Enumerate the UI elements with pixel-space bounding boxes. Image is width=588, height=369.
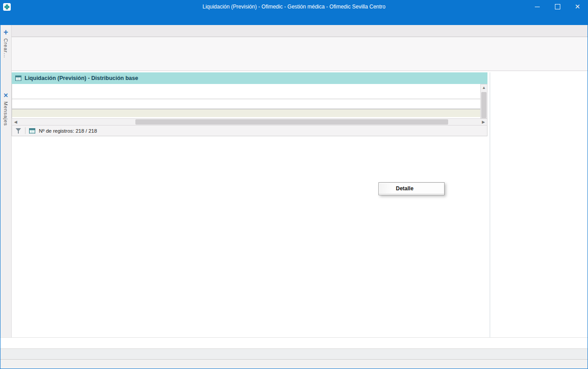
menu-bar [0, 13, 588, 25]
toolbar [12, 37, 588, 71]
messages-label[interactable]: Mensajes [3, 101, 8, 126]
grid-panel-title: Liquidación (Previsión) - Distribución b… [25, 75, 138, 81]
bottom-toolbar [0, 348, 588, 359]
horizontal-scroll-thumb[interactable] [135, 119, 448, 125]
create-plus-icon[interactable] [4, 29, 8, 36]
context-menu-title: Detalle [379, 184, 444, 194]
table-header-row [12, 84, 480, 99]
tab-strip [12, 25, 588, 37]
app-window: Liquidación (Previsión) - Ofimedic - Ges… [0, 0, 588, 369]
vertical-scrollbar[interactable]: ▲ [480, 84, 487, 118]
grid-icon [29, 128, 35, 134]
scroll-up-icon[interactable]: ▲ [481, 84, 487, 91]
grid-panel: Liquidación (Previsión) - Distribución b… [12, 72, 487, 337]
left-rail: Crear... Mensajes [0, 25, 12, 337]
table-filter-row [12, 99, 480, 109]
scroll-left-icon[interactable]: ◀ [12, 120, 19, 124]
window-title: Liquidación (Previsión) - Ofimedic - Ges… [0, 4, 588, 10]
vertical-scroll-thumb[interactable] [481, 92, 487, 118]
divider [25, 127, 25, 134]
scroll-right-icon[interactable]: ▶ [480, 120, 487, 124]
messages-x-icon[interactable] [4, 92, 8, 99]
table-totals-row [12, 109, 480, 117]
filter-funnel-icon[interactable] [16, 128, 21, 134]
title-bar: Liquidación (Previsión) - Ofimedic - Ges… [0, 0, 588, 13]
create-label[interactable]: Crear... [3, 38, 8, 58]
right-column: Liquidación (Previsión) - Distribución b… [12, 25, 588, 337]
right-panel [490, 72, 588, 337]
context-menu: Detalle [378, 182, 445, 195]
grid-status-bar: Nº de registros: 218 / 218 [12, 126, 487, 136]
quick-access-bar [0, 337, 588, 348]
grid-icon [15, 75, 21, 81]
mid-wrap: Crear... Mensajes Liquidación (Previsión… [0, 25, 588, 337]
grid-panel-header: Liquidación (Previsión) - Distribución b… [12, 72, 487, 84]
horizontal-scrollbar[interactable]: ◀ ▶ [12, 118, 487, 126]
content-area: Liquidación (Previsión) - Distribución b… [12, 71, 588, 337]
records-count: Nº de registros: 218 / 218 [39, 128, 97, 134]
status-bar [0, 359, 588, 369]
